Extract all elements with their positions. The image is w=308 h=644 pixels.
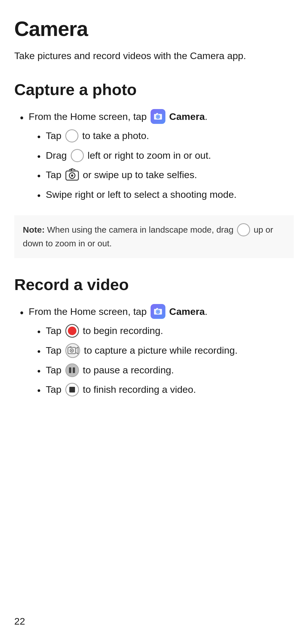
nested-content: Drag left or right to zoom in or out.	[46, 148, 294, 163]
svg-point-9	[157, 311, 159, 313]
svg-point-2	[157, 116, 159, 118]
tap-label: Tap	[46, 169, 64, 180]
text-before: From the Home screen, tap	[29, 111, 147, 122]
stop-square	[69, 387, 75, 393]
nested-content: Tap to finish recording a video.	[46, 382, 294, 397]
svg-rect-14	[70, 347, 72, 348]
nested-item: • Tap	[37, 167, 294, 184]
record-dot	[68, 327, 76, 335]
svg-rect-3	[156, 113, 158, 114]
svg-point-13	[71, 350, 72, 351]
nested-item: • Tap to take a photo.	[37, 128, 294, 144]
nested-item: • Tap	[37, 343, 294, 359]
zoom-circle-icon	[71, 149, 84, 162]
intro-text: Take pictures and record videos with the…	[14, 49, 294, 63]
tap-label: Tap	[46, 345, 64, 356]
camera-app-icon	[151, 109, 165, 124]
note-text: When using the camera in landscape mode,…	[47, 225, 234, 234]
item-text: Swipe right or left to select a shooting…	[46, 189, 237, 200]
note-label: Note:	[23, 225, 45, 234]
list-item: • From the Home screen, tap Camera. •	[14, 304, 294, 402]
nested-item: • Tap to begin recording.	[37, 323, 294, 339]
item-content: From the Home screen, tap Camera. •	[29, 304, 294, 402]
tap-label: Tap	[46, 325, 64, 336]
bullet: •	[37, 383, 41, 398]
bullet: •	[37, 344, 41, 359]
pause-bar	[73, 367, 75, 373]
bullet: •	[20, 110, 24, 126]
bullet: •	[20, 305, 24, 321]
nested-content: Tap to pause a recording.	[46, 363, 294, 378]
nested-content: Tap to take a photo.	[46, 128, 294, 143]
note-circle-icon	[237, 223, 250, 236]
section-heading-record-video: Record a video	[14, 275, 294, 294]
pause-button-icon	[65, 363, 79, 377]
record-video-list: • From the Home screen, tap Camera. •	[14, 304, 294, 402]
capture-during-video-icon	[65, 343, 80, 358]
nested-list-record: • Tap to begin recording. •	[29, 323, 294, 398]
item-text: to finish recording a video.	[83, 384, 196, 395]
section-heading-capture-photo: Capture a photo	[14, 80, 294, 99]
tap-label: Tap	[46, 365, 64, 375]
note-box: Note: When using the camera in landscape…	[14, 215, 294, 258]
period-2: .	[205, 306, 207, 317]
tap-label: Tap	[46, 130, 64, 141]
record-button-icon	[65, 324, 79, 338]
bullet: •	[37, 364, 41, 379]
nested-list-capture: • Tap to take a photo. • Drag left or r	[29, 128, 294, 203]
svg-marker-15	[76, 347, 78, 354]
bullet: •	[37, 188, 41, 203]
nested-content: Swipe right or left to select a shooting…	[46, 187, 294, 202]
item-text: to take a photo.	[82, 130, 149, 141]
list-item: • From the Home screen, tap Camera. •	[14, 109, 294, 207]
pause-bar	[69, 367, 71, 373]
section-capture-photo: Capture a photo • From the Home screen, …	[14, 80, 294, 258]
pause-bars	[69, 367, 75, 373]
section-record-video: Record a video • From the Home screen, t…	[14, 275, 294, 402]
tap-label: Tap	[46, 384, 64, 395]
nested-item: • Tap to finish recording a video.	[37, 382, 294, 398]
bullet: •	[37, 168, 41, 184]
item-content: From the Home screen, tap Camera. • Tap	[29, 109, 294, 207]
text-before: From the Home screen, tap	[29, 306, 147, 317]
nested-item: • Drag left or right to zoom in or out.	[37, 148, 294, 164]
bullet: •	[37, 129, 41, 144]
item-text: to capture a picture while recording.	[84, 345, 238, 356]
nested-item: • Tap to pause a recording.	[37, 363, 294, 379]
camera-app-icon-2	[151, 304, 165, 319]
nested-content: Tap to begin recording.	[46, 323, 294, 338]
camera-label: Camera	[169, 111, 205, 122]
nested-content: Tap to capture a picture w	[46, 343, 294, 359]
item-text: to pause a recording.	[83, 365, 174, 375]
flip-camera-icon	[65, 168, 80, 182]
page-number: 22	[14, 616, 25, 627]
stop-button-icon	[65, 383, 79, 397]
svg-rect-10	[156, 308, 158, 309]
nested-item: • Swipe right or left to select a shooti…	[37, 187, 294, 203]
drag-label: Drag	[46, 150, 70, 161]
bullet: •	[37, 149, 41, 164]
bullet: •	[37, 324, 41, 339]
item-text: to begin recording.	[83, 325, 163, 336]
capture-photo-list: • From the Home screen, tap Camera. •	[14, 109, 294, 207]
camera-label-2: Camera	[169, 306, 205, 317]
nested-content: Tap or swipe up to take se	[46, 167, 294, 183]
shutter-circle-icon	[65, 129, 78, 142]
item-text: left or right to zoom in or out.	[88, 150, 211, 161]
period: .	[205, 111, 207, 122]
svg-point-6	[71, 174, 73, 177]
page-title: Camera	[14, 17, 294, 41]
item-text: or swipe up to take selfies.	[83, 169, 197, 180]
